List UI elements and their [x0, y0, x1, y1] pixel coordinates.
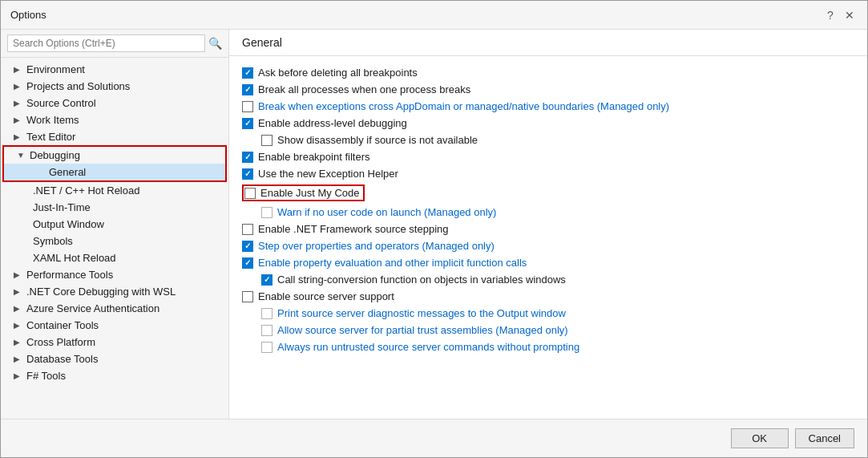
checkbox-step-over[interactable] [242, 241, 253, 252]
tree-item-general[interactable]: General [4, 164, 225, 180]
tree-label-cross-platform: Cross Platform [26, 336, 95, 348]
tree-label-fsharp: F# Tools [26, 370, 66, 382]
checkbox-source-server[interactable] [242, 291, 253, 302]
label-break-appdomain: Break when exceptions cross AppDomain or… [258, 100, 669, 112]
tree-item-debugging[interactable]: ▼ Debugging [4, 147, 225, 164]
cancel-button[interactable]: Cancel [795, 428, 854, 448]
label-break-all: Break all processes when one process bre… [258, 83, 470, 95]
tree-item-projects[interactable]: ▶ Projects and Solutions [1, 78, 228, 95]
tree-label-general: General [49, 166, 86, 178]
option-row-bp-filters: Enable breakpoint filters [242, 148, 854, 165]
checkbox-break-appdomain[interactable] [242, 101, 253, 112]
tree-item-cross-platform[interactable]: ▶ Cross Platform [1, 334, 228, 351]
option-row-partial-trust: Allow source server for partial trust as… [261, 322, 854, 338]
ok-button[interactable]: OK [731, 428, 789, 448]
label-bp-filters: Enable breakpoint filters [258, 151, 369, 163]
label-dotnet-source: Enable .NET Framework source stepping [258, 223, 448, 235]
title-bar: Options ? ✕ [1, 1, 867, 30]
tree-label-container-tools: Container Tools [26, 319, 99, 331]
right-header: General [229, 30, 867, 56]
option-row-dotnet-source: Enable .NET Framework source stepping [242, 221, 854, 237]
checkbox-dotnet-source[interactable] [242, 224, 253, 235]
option-row-prop-eval: Enable property evaluation and other imp… [242, 254, 854, 271]
search-input[interactable] [7, 34, 205, 52]
label-string-conv: Call string-conversion function on objec… [277, 274, 566, 286]
tree-label-projects: Projects and Solutions [26, 80, 130, 92]
tree-label-dotnet-hot-reload: .NET / C++ Hot Reload [33, 184, 139, 197]
tree-label-debugging: Debugging [30, 149, 80, 161]
option-row-ask-delete: Ask before deleting all breakpoints [242, 64, 854, 81]
label-step-over: Step over properties and operators (Mana… [258, 240, 495, 252]
label-prop-eval: Enable property evaluation and other imp… [258, 257, 527, 269]
close-button[interactable]: ✕ [842, 7, 858, 23]
options-dialog: Options ? ✕ 🔍 ▶ Environment ▶ Projects a… [0, 0, 868, 458]
tree-label-xaml-hot-reload: XAML Hot Reload [33, 252, 116, 264]
tree-item-fsharp[interactable]: ▶ F# Tools [1, 367, 228, 384]
tree-item-dotnet-wsl[interactable]: ▶ .NET Core Debugging with WSL [1, 283, 228, 300]
checkbox-prop-eval[interactable] [242, 257, 253, 269]
checkbox-print-diagnostic[interactable] [261, 308, 273, 319]
checkbox-ask-delete[interactable] [242, 67, 253, 79]
arrow-text-editor: ▶ [14, 132, 23, 141]
option-row-disassembly: Show disassembly if source is not availa… [261, 132, 854, 148]
title-bar-buttons: ? ✕ [822, 7, 858, 23]
tree-item-azure-auth[interactable]: ▶ Azure Service Authentication [1, 300, 228, 317]
tree-item-container-tools[interactable]: ▶ Container Tools [1, 317, 228, 334]
label-just-my-code: Enable Just My Code [260, 187, 360, 199]
option-row-source-server: Enable source server support [242, 288, 854, 305]
option-row-exception-helper: Use the new Exception Helper [242, 165, 854, 182]
checkbox-exception-helper[interactable] [242, 168, 253, 180]
tree-item-xaml-hot-reload[interactable]: XAML Hot Reload [1, 249, 228, 266]
checkbox-just-my-code[interactable] [244, 188, 256, 199]
help-button[interactable]: ? [822, 7, 838, 23]
footer: OK Cancel [1, 419, 867, 457]
label-run-untrusted: Always run untrusted source server comma… [277, 341, 579, 353]
checkbox-string-conv[interactable] [261, 274, 273, 286]
checkbox-warn-no-code[interactable] [261, 207, 273, 218]
tree-item-symbols[interactable]: Symbols [1, 233, 228, 249]
tree-label-just-in-time: Just-In-Time [33, 201, 91, 213]
tree-label-symbols: Symbols [33, 235, 73, 247]
checkbox-partial-trust[interactable] [261, 325, 273, 336]
option-row-print-diagnostic: Print source server diagnostic messages … [261, 305, 854, 322]
tree-item-just-in-time[interactable]: Just-In-Time [1, 199, 228, 216]
tree-item-source-control[interactable]: ▶ Source Control [1, 95, 228, 111]
arrow-projects: ▶ [14, 82, 23, 91]
tree-item-text-editor[interactable]: ▶ Text Editor [1, 128, 228, 145]
checkbox-run-untrusted[interactable] [261, 342, 273, 353]
arrow-database-tools: ▶ [14, 355, 23, 363]
checkbox-bp-filters[interactable] [242, 152, 253, 163]
right-panel: General Ask before deleting all breakpoi… [229, 30, 867, 419]
label-print-diagnostic: Print source server diagnostic messages … [277, 307, 566, 319]
tree-label-performance-tools: Performance Tools [26, 269, 113, 281]
search-icon[interactable]: 🔍 [208, 37, 222, 50]
option-row-string-conv: Call string-conversion function on objec… [261, 271, 854, 288]
checkbox-addr-debug[interactable] [242, 118, 253, 129]
label-ask-delete: Ask before deleting all breakpoints [258, 67, 418, 79]
arrow-performance-tools: ▶ [14, 270, 23, 279]
tree-item-dotnet-hot-reload[interactable]: .NET / C++ Hot Reload [1, 182, 228, 199]
dialog-title: Options [10, 9, 46, 21]
tree-label-azure-auth: Azure Service Authentication [26, 302, 159, 314]
arrow-dotnet-wsl: ▶ [14, 287, 23, 296]
tree-item-performance-tools[interactable]: ▶ Performance Tools [1, 266, 228, 283]
checkbox-break-all[interactable] [242, 84, 253, 95]
label-source-server: Enable source server support [258, 290, 394, 302]
tree-label-text-editor: Text Editor [26, 131, 75, 143]
tree-item-output-window[interactable]: Output Window [1, 216, 228, 233]
content-area: 🔍 ▶ Environment ▶ Projects and Solutions… [1, 30, 867, 419]
arrow-debugging: ▼ [17, 151, 26, 160]
arrow-container-tools: ▶ [14, 321, 23, 330]
option-row-break-all: Break all processes when one process bre… [242, 81, 854, 98]
label-disassembly: Show disassembly if source is not availa… [277, 134, 478, 146]
tree-item-work-items[interactable]: ▶ Work Items [1, 111, 228, 128]
left-panel: 🔍 ▶ Environment ▶ Projects and Solutions… [1, 30, 229, 419]
tree-label-database-tools: Database Tools [26, 353, 98, 365]
tree-item-database-tools[interactable]: ▶ Database Tools [1, 351, 228, 367]
option-row-addr-debug: Enable address-level debugging [242, 115, 854, 132]
tree-label-environment: Environment [26, 63, 85, 75]
tree-item-environment[interactable]: ▶ Environment [1, 61, 228, 78]
option-row-warn-no-code: Warn if no user code on launch (Managed … [261, 204, 854, 221]
arrow-work-items: ▶ [14, 116, 23, 124]
checkbox-disassembly[interactable] [261, 135, 273, 146]
